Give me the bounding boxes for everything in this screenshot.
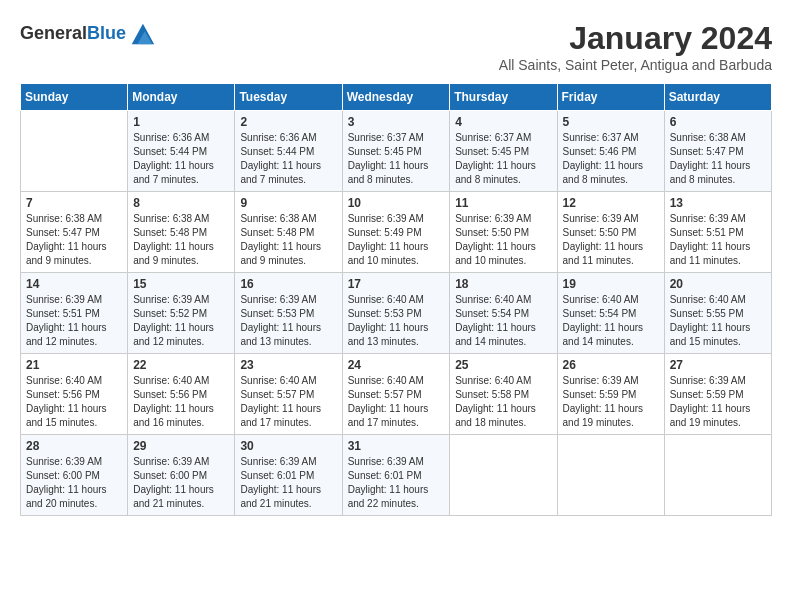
day-info: Sunrise: 6:38 AM Sunset: 5:47 PM Dayligh… — [670, 131, 766, 187]
col-header-friday: Friday — [557, 84, 664, 111]
day-cell: 5Sunrise: 6:37 AM Sunset: 5:46 PM Daylig… — [557, 111, 664, 192]
day-cell — [664, 435, 771, 516]
day-info: Sunrise: 6:40 AM Sunset: 5:55 PM Dayligh… — [670, 293, 766, 349]
day-number: 28 — [26, 439, 122, 453]
day-info: Sunrise: 6:39 AM Sunset: 5:59 PM Dayligh… — [563, 374, 659, 430]
week-row-2: 7Sunrise: 6:38 AM Sunset: 5:47 PM Daylig… — [21, 192, 772, 273]
day-info: Sunrise: 6:38 AM Sunset: 5:47 PM Dayligh… — [26, 212, 122, 268]
day-cell — [557, 435, 664, 516]
col-header-wednesday: Wednesday — [342, 84, 450, 111]
day-cell: 27Sunrise: 6:39 AM Sunset: 5:59 PM Dayli… — [664, 354, 771, 435]
day-number: 21 — [26, 358, 122, 372]
day-cell: 21Sunrise: 6:40 AM Sunset: 5:56 PM Dayli… — [21, 354, 128, 435]
day-cell: 4Sunrise: 6:37 AM Sunset: 5:45 PM Daylig… — [450, 111, 557, 192]
day-cell: 14Sunrise: 6:39 AM Sunset: 5:51 PM Dayli… — [21, 273, 128, 354]
day-number: 16 — [240, 277, 336, 291]
col-header-saturday: Saturday — [664, 84, 771, 111]
week-row-5: 28Sunrise: 6:39 AM Sunset: 6:00 PM Dayli… — [21, 435, 772, 516]
day-cell: 2Sunrise: 6:36 AM Sunset: 5:44 PM Daylig… — [235, 111, 342, 192]
day-info: Sunrise: 6:39 AM Sunset: 5:53 PM Dayligh… — [240, 293, 336, 349]
day-number: 12 — [563, 196, 659, 210]
day-info: Sunrise: 6:38 AM Sunset: 5:48 PM Dayligh… — [133, 212, 229, 268]
day-cell: 19Sunrise: 6:40 AM Sunset: 5:54 PM Dayli… — [557, 273, 664, 354]
day-number: 23 — [240, 358, 336, 372]
col-header-monday: Monday — [128, 84, 235, 111]
col-header-thursday: Thursday — [450, 84, 557, 111]
day-cell: 9Sunrise: 6:38 AM Sunset: 5:48 PM Daylig… — [235, 192, 342, 273]
day-cell: 24Sunrise: 6:40 AM Sunset: 5:57 PM Dayli… — [342, 354, 450, 435]
day-info: Sunrise: 6:40 AM Sunset: 5:57 PM Dayligh… — [240, 374, 336, 430]
day-number: 18 — [455, 277, 551, 291]
day-cell: 22Sunrise: 6:40 AM Sunset: 5:56 PM Dayli… — [128, 354, 235, 435]
day-cell: 3Sunrise: 6:37 AM Sunset: 5:45 PM Daylig… — [342, 111, 450, 192]
day-cell: 6Sunrise: 6:38 AM Sunset: 5:47 PM Daylig… — [664, 111, 771, 192]
day-info: Sunrise: 6:40 AM Sunset: 5:56 PM Dayligh… — [133, 374, 229, 430]
day-info: Sunrise: 6:39 AM Sunset: 6:01 PM Dayligh… — [348, 455, 445, 511]
day-info: Sunrise: 6:37 AM Sunset: 5:46 PM Dayligh… — [563, 131, 659, 187]
day-number: 11 — [455, 196, 551, 210]
day-cell: 8Sunrise: 6:38 AM Sunset: 5:48 PM Daylig… — [128, 192, 235, 273]
day-number: 14 — [26, 277, 122, 291]
calendar-table: SundayMondayTuesdayWednesdayThursdayFrid… — [20, 83, 772, 516]
day-cell: 29Sunrise: 6:39 AM Sunset: 6:00 PM Dayli… — [128, 435, 235, 516]
day-cell: 15Sunrise: 6:39 AM Sunset: 5:52 PM Dayli… — [128, 273, 235, 354]
day-number: 3 — [348, 115, 445, 129]
day-cell — [450, 435, 557, 516]
day-number: 24 — [348, 358, 445, 372]
day-number: 30 — [240, 439, 336, 453]
day-number: 13 — [670, 196, 766, 210]
day-cell: 16Sunrise: 6:39 AM Sunset: 5:53 PM Dayli… — [235, 273, 342, 354]
week-row-4: 21Sunrise: 6:40 AM Sunset: 5:56 PM Dayli… — [21, 354, 772, 435]
location-subtitle: All Saints, Saint Peter, Antigua and Bar… — [499, 57, 772, 73]
day-info: Sunrise: 6:39 AM Sunset: 5:49 PM Dayligh… — [348, 212, 445, 268]
day-number: 6 — [670, 115, 766, 129]
logo: GeneralBlue — [20, 20, 156, 48]
day-cell: 28Sunrise: 6:39 AM Sunset: 6:00 PM Dayli… — [21, 435, 128, 516]
day-number: 15 — [133, 277, 229, 291]
day-cell: 7Sunrise: 6:38 AM Sunset: 5:47 PM Daylig… — [21, 192, 128, 273]
day-info: Sunrise: 6:40 AM Sunset: 5:53 PM Dayligh… — [348, 293, 445, 349]
day-number: 9 — [240, 196, 336, 210]
day-info: Sunrise: 6:36 AM Sunset: 5:44 PM Dayligh… — [133, 131, 229, 187]
day-info: Sunrise: 6:39 AM Sunset: 6:00 PM Dayligh… — [26, 455, 122, 511]
day-number: 2 — [240, 115, 336, 129]
day-number: 17 — [348, 277, 445, 291]
day-cell: 1Sunrise: 6:36 AM Sunset: 5:44 PM Daylig… — [128, 111, 235, 192]
header-row: SundayMondayTuesdayWednesdayThursdayFrid… — [21, 84, 772, 111]
day-cell: 11Sunrise: 6:39 AM Sunset: 5:50 PM Dayli… — [450, 192, 557, 273]
day-cell: 23Sunrise: 6:40 AM Sunset: 5:57 PM Dayli… — [235, 354, 342, 435]
day-info: Sunrise: 6:40 AM Sunset: 5:54 PM Dayligh… — [563, 293, 659, 349]
col-header-tuesday: Tuesday — [235, 84, 342, 111]
day-number: 10 — [348, 196, 445, 210]
col-header-sunday: Sunday — [21, 84, 128, 111]
day-number: 4 — [455, 115, 551, 129]
month-title: January 2024 — [499, 20, 772, 57]
day-number: 20 — [670, 277, 766, 291]
day-info: Sunrise: 6:39 AM Sunset: 5:59 PM Dayligh… — [670, 374, 766, 430]
day-number: 5 — [563, 115, 659, 129]
day-cell: 20Sunrise: 6:40 AM Sunset: 5:55 PM Dayli… — [664, 273, 771, 354]
logo-text: GeneralBlue — [20, 24, 126, 44]
day-number: 1 — [133, 115, 229, 129]
day-cell: 18Sunrise: 6:40 AM Sunset: 5:54 PM Dayli… — [450, 273, 557, 354]
day-info: Sunrise: 6:39 AM Sunset: 5:52 PM Dayligh… — [133, 293, 229, 349]
day-info: Sunrise: 6:40 AM Sunset: 5:56 PM Dayligh… — [26, 374, 122, 430]
week-row-3: 14Sunrise: 6:39 AM Sunset: 5:51 PM Dayli… — [21, 273, 772, 354]
day-number: 29 — [133, 439, 229, 453]
day-info: Sunrise: 6:37 AM Sunset: 5:45 PM Dayligh… — [348, 131, 445, 187]
day-info: Sunrise: 6:40 AM Sunset: 5:57 PM Dayligh… — [348, 374, 445, 430]
day-info: Sunrise: 6:36 AM Sunset: 5:44 PM Dayligh… — [240, 131, 336, 187]
day-number: 7 — [26, 196, 122, 210]
day-cell: 10Sunrise: 6:39 AM Sunset: 5:49 PM Dayli… — [342, 192, 450, 273]
day-cell — [21, 111, 128, 192]
day-number: 26 — [563, 358, 659, 372]
page-header: GeneralBlue January 2024 All Saints, Sai… — [20, 20, 772, 73]
day-cell: 26Sunrise: 6:39 AM Sunset: 5:59 PM Dayli… — [557, 354, 664, 435]
day-cell: 30Sunrise: 6:39 AM Sunset: 6:01 PM Dayli… — [235, 435, 342, 516]
day-cell: 25Sunrise: 6:40 AM Sunset: 5:58 PM Dayli… — [450, 354, 557, 435]
logo-icon — [128, 20, 156, 48]
title-block: January 2024 All Saints, Saint Peter, An… — [499, 20, 772, 73]
day-cell: 12Sunrise: 6:39 AM Sunset: 5:50 PM Dayli… — [557, 192, 664, 273]
day-info: Sunrise: 6:39 AM Sunset: 6:01 PM Dayligh… — [240, 455, 336, 511]
day-info: Sunrise: 6:39 AM Sunset: 5:50 PM Dayligh… — [563, 212, 659, 268]
